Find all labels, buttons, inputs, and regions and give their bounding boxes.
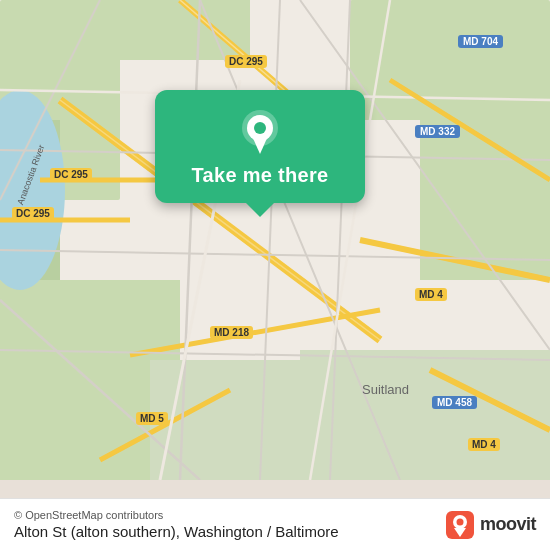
- map-container: Anacostia River DC 295 DC 295 DC 295 MD …: [0, 0, 550, 550]
- road-label-dc295-left: DC 295: [12, 207, 54, 220]
- moovit-brand-icon: [446, 511, 474, 539]
- svg-point-43: [456, 518, 463, 525]
- road-label-dc295-top: DC 295: [225, 55, 267, 68]
- road-label-md704: MD 704: [458, 35, 503, 48]
- bottom-bar-left: © OpenStreetMap contributors Alton St (a…: [14, 509, 339, 540]
- svg-point-38: [254, 122, 266, 134]
- road-label-md4-right: MD 4: [415, 288, 447, 301]
- popup-card[interactable]: Take me there: [155, 90, 365, 203]
- moovit-text: moovit: [480, 514, 536, 535]
- svg-rect-8: [100, 0, 250, 60]
- bottom-bar: © OpenStreetMap contributors Alton St (a…: [0, 498, 550, 550]
- moovit-logo: moovit: [446, 511, 536, 539]
- road-label-md332: MD 332: [415, 125, 460, 138]
- road-label-md5: MD 5: [136, 412, 168, 425]
- city-label-suitland: Suitland: [362, 382, 409, 397]
- road-label-md4-bot: MD 4: [468, 438, 500, 451]
- road-label-md218: MD 218: [210, 326, 253, 339]
- location-title: Alton St (alton southern), Washington / …: [14, 523, 339, 540]
- road-label-dc295-mid: DC 295: [50, 168, 92, 181]
- location-pin-icon: [238, 110, 282, 154]
- take-me-there-button[interactable]: Take me there: [192, 164, 329, 187]
- road-label-md458: MD 458: [432, 396, 477, 409]
- copyright-text: © OpenStreetMap contributors: [14, 509, 339, 521]
